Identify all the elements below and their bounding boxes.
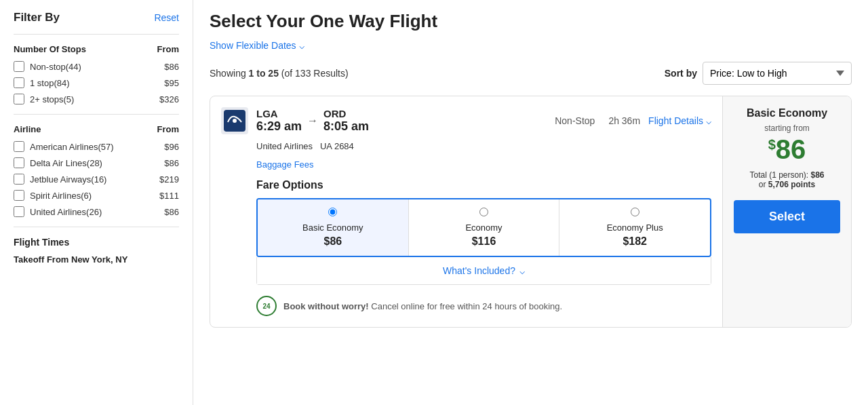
airline-option-2[interactable]: Jetblue Airways(16) $219 xyxy=(14,174,179,185)
airline-option-3[interactable]: Spirit Airlines(6) $111 xyxy=(14,190,179,201)
divider-3 xyxy=(14,227,179,227)
baggage-fees-link[interactable]: Baggage Fees xyxy=(256,159,711,170)
fare-radio-input-2[interactable] xyxy=(631,208,639,216)
total-text: Total (1 person): $86 or 5,706 points xyxy=(749,170,824,189)
flexible-dates-chevron-icon: ⌵ xyxy=(299,40,304,51)
airline-from-label: From xyxy=(157,124,180,134)
fare-option-0[interactable]: Basic Economy $86 xyxy=(258,199,409,256)
stop-label-1: 1 stop(84) xyxy=(30,78,164,88)
airline-option-0[interactable]: American Airlines(57) $96 xyxy=(14,141,179,152)
whats-included-label: What's Included? xyxy=(443,265,515,276)
price-main: 86 xyxy=(776,134,806,164)
airline-name-2: Jetblue Airways(16) xyxy=(30,174,159,185)
flight-card: LGA 6:29 am → ORD 8:05 am Non-Stop 2h 36… xyxy=(210,96,852,328)
fare-name-0: Basic Economy xyxy=(263,223,403,233)
worry-free-text: Cancel online for free within 24 hours o… xyxy=(369,301,562,311)
fare-price-1: $116 xyxy=(414,235,554,248)
flexible-dates-label: Show Flexible Dates xyxy=(210,40,296,51)
departure-time: 6:29 am xyxy=(256,119,302,134)
fare-options-container: Fare Options Basic Economy $86 xyxy=(256,179,711,285)
total-label: Total (1 person): xyxy=(749,170,808,180)
departure-code: LGA xyxy=(256,108,302,119)
airline-checkbox-3[interactable] xyxy=(14,190,24,201)
airline-checkbox-2[interactable] xyxy=(14,174,24,185)
main-content: Select Your One Way Flight Show Flexible… xyxy=(193,0,868,405)
stop-checkbox-1[interactable] xyxy=(14,77,24,88)
flight-card-left: LGA 6:29 am → ORD 8:05 am Non-Stop 2h 36… xyxy=(210,96,722,327)
flight-times-title: Flight Times xyxy=(14,237,179,248)
whats-included-button[interactable]: What's Included? ⌵ xyxy=(257,257,711,284)
worry-icon-text: 24 xyxy=(262,303,270,310)
united-airlines-logo-icon xyxy=(224,110,245,132)
results-sort-row: Showing 1 to 25 (of 133 Results) Sort by… xyxy=(210,62,852,85)
departure-info: LGA 6:29 am xyxy=(256,108,302,134)
whats-included-row: What's Included? ⌵ xyxy=(256,257,711,285)
reset-link[interactable]: Reset xyxy=(154,12,179,23)
fare-radio-2[interactable] xyxy=(565,208,705,218)
arrival-info: ORD 8:05 am xyxy=(323,108,369,134)
divider-2 xyxy=(14,114,179,115)
flexible-dates-button[interactable]: Show Flexible Dates ⌵ xyxy=(210,40,852,51)
airline-checkbox-4[interactable] xyxy=(14,206,24,217)
worry-free-bold: Book without worry! xyxy=(283,301,369,311)
fare-options-label: Fare Options xyxy=(256,179,711,191)
airline-option-1[interactable]: Delta Air Lines(28) $86 xyxy=(14,157,179,168)
airline-price-3: $111 xyxy=(159,191,179,201)
stop-checkbox-0[interactable] xyxy=(14,61,24,72)
sidebar: Filter By Reset Number Of Stops From Non… xyxy=(0,0,193,405)
sort-label: Sort by xyxy=(665,68,697,79)
fare-option-1[interactable]: Economy $116 xyxy=(409,199,560,256)
airline-price-1: $86 xyxy=(164,158,179,168)
stop-price-0: $86 xyxy=(164,62,179,72)
airline-price-2: $219 xyxy=(159,174,179,185)
fare-name-1: Economy xyxy=(414,223,554,233)
fare-price-0: $86 xyxy=(263,235,403,248)
fare-name-2: Economy Plus xyxy=(565,223,705,233)
right-panel-title: Basic Economy xyxy=(747,107,827,119)
points: 5,706 points xyxy=(768,180,815,189)
select-button[interactable]: Select xyxy=(734,200,840,233)
filter-header: Filter By Reset xyxy=(14,11,179,24)
arrival-time: 8:05 am xyxy=(323,119,369,134)
fare-radio-0[interactable] xyxy=(263,208,403,218)
airline-section-header: Airline From xyxy=(14,124,179,134)
svg-point-1 xyxy=(233,119,237,123)
arrival-code: ORD xyxy=(323,108,369,119)
fare-radio-1[interactable] xyxy=(414,208,554,218)
results-count: Showing 1 to 25 (of 133 Results) xyxy=(210,68,349,79)
flight-duration: 2h 36m xyxy=(608,115,640,126)
results-of: (of 133 Results) xyxy=(279,68,349,79)
fare-options-grid: Basic Economy $86 Economy $116 xyxy=(256,198,711,257)
airline-name-3: Spirit Airlines(6) xyxy=(30,191,159,201)
airline-name: United Airlines xyxy=(256,141,313,151)
total-price: $86 xyxy=(811,170,825,180)
flight-details-link[interactable]: Flight Details ⌵ xyxy=(648,115,711,126)
results-range: 1 to 25 xyxy=(249,68,279,79)
stop-option-2[interactable]: 2+ stops(5) $326 xyxy=(14,94,179,104)
airline-checkbox-0[interactable] xyxy=(14,141,24,152)
big-price: $86 xyxy=(768,134,806,165)
airline-name-1: Delta Air Lines(28) xyxy=(30,158,164,168)
stop-price-2: $326 xyxy=(159,94,179,104)
page-title: Select Your One Way Flight xyxy=(210,11,852,32)
stop-option-0[interactable]: Non-stop(44) $86 xyxy=(14,61,179,72)
flight-info-row: LGA 6:29 am → ORD 8:05 am Non-Stop 2h 36… xyxy=(221,107,711,134)
filter-title: Filter By xyxy=(14,11,60,24)
airline-checkbox-1[interactable] xyxy=(14,157,24,168)
sort-select[interactable]: Price: Low to High Price: High to Low Du… xyxy=(703,62,852,85)
stop-label-0: Non-stop(44) xyxy=(30,62,164,72)
right-panel: Basic Economy starting from $86 Total (1… xyxy=(722,96,851,327)
fare-radio-input-0[interactable] xyxy=(328,208,337,216)
takeoff-label: Takeoff From New York, NY xyxy=(14,254,179,265)
flight-details-chevron-icon: ⌵ xyxy=(706,115,711,126)
airline-info-row: United Airlines UA 2684 xyxy=(256,141,711,151)
stop-checkbox-2[interactable] xyxy=(14,94,24,104)
stop-price-1: $95 xyxy=(164,78,179,88)
worry-free-row: 24 Book without worry! Cancel online for… xyxy=(256,296,711,316)
fare-radio-input-1[interactable] xyxy=(479,208,488,216)
whats-included-chevron-icon: ⌵ xyxy=(519,265,525,276)
fare-option-2[interactable]: Economy Plus $182 xyxy=(559,199,710,256)
airline-price-4: $86 xyxy=(164,207,179,217)
airline-option-4[interactable]: United Airlines(26) $86 xyxy=(14,206,179,217)
stop-option-1[interactable]: 1 stop(84) $95 xyxy=(14,77,179,88)
